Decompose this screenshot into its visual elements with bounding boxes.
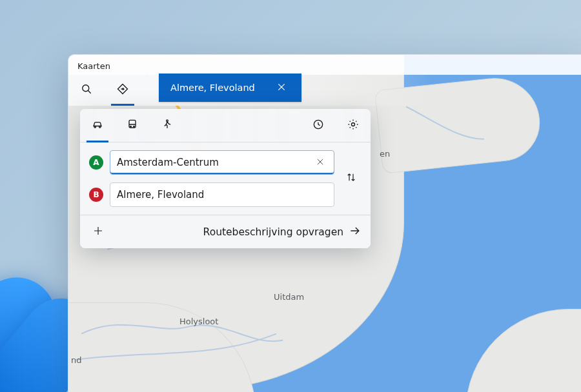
mode-transit[interactable] xyxy=(115,109,150,142)
swap-vertical-icon xyxy=(345,172,357,186)
main-toolbar: Almere, Flevoland xyxy=(68,75,581,106)
gear-icon xyxy=(347,118,360,133)
mode-walk[interactable] xyxy=(150,109,185,142)
bus-icon xyxy=(126,118,139,133)
tab-directions[interactable] xyxy=(105,75,141,106)
walk-icon xyxy=(161,118,174,133)
tab-search[interactable] xyxy=(68,75,105,106)
origin-field-wrap xyxy=(110,150,334,175)
location-tab-label: Almere, Flevoland xyxy=(170,83,255,93)
map-label: nd xyxy=(71,355,82,365)
origin-row: A xyxy=(89,150,334,175)
svg-point-1 xyxy=(94,126,96,128)
swap-stops-button[interactable] xyxy=(341,156,362,201)
destination-field-wrap xyxy=(110,182,334,207)
directions-icon xyxy=(116,83,129,98)
map-label: en xyxy=(380,149,390,159)
map-label: Uitdam xyxy=(274,292,304,302)
route-options-button[interactable] xyxy=(336,109,371,142)
svg-point-5 xyxy=(134,126,135,127)
map-label: Holysloot xyxy=(179,317,218,326)
clear-origin-button[interactable] xyxy=(312,154,329,171)
car-icon xyxy=(91,118,104,133)
travel-mode-tabs xyxy=(80,109,371,142)
add-stop-button[interactable] xyxy=(89,223,107,241)
search-icon xyxy=(80,83,93,98)
get-directions-button[interactable]: Routebeschrijving opvragen xyxy=(203,224,362,240)
svg-point-0 xyxy=(83,85,89,92)
destination-badge: B xyxy=(89,188,103,202)
mode-car[interactable] xyxy=(80,109,115,142)
destination-input[interactable] xyxy=(117,189,329,201)
plus-icon xyxy=(92,225,104,239)
history-button[interactable] xyxy=(301,109,336,142)
origin-badge: A xyxy=(89,155,103,170)
close-icon xyxy=(316,157,325,169)
svg-point-8 xyxy=(352,122,355,126)
directions-panel: A B xyxy=(80,109,371,248)
svg-point-2 xyxy=(99,126,101,128)
destination-row: B xyxy=(89,182,334,207)
panel-footer: Routebeschrijving opvragen xyxy=(80,215,371,248)
arrow-right-icon xyxy=(349,224,362,240)
origin-input[interactable] xyxy=(117,157,312,168)
maps-window: en Uitdam Holysloot nd Kaarten Almere, F… xyxy=(68,54,581,392)
svg-point-4 xyxy=(130,126,132,127)
clock-icon xyxy=(312,118,325,133)
close-icon xyxy=(276,82,287,94)
location-tab-pill[interactable]: Almere, Flevoland xyxy=(159,74,301,102)
get-directions-label: Routebeschrijving opvragen xyxy=(203,226,343,238)
close-tab-button[interactable] xyxy=(270,77,292,99)
window-title: Kaarten xyxy=(68,55,581,75)
svg-point-6 xyxy=(167,119,168,121)
